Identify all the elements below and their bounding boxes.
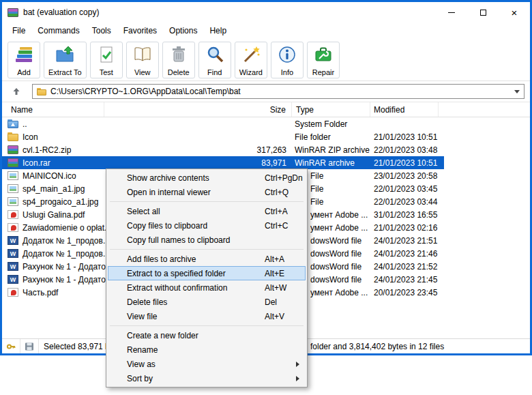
menu-tools[interactable]: Tools xyxy=(86,24,117,38)
menu-item-copy-files[interactable]: Copy files to clipboard Ctrl+C xyxy=(108,218,306,233)
menu-item-label: Copy files to clipboard xyxy=(127,221,207,231)
file-modified: 22/01/2023 03:48 xyxy=(370,145,439,155)
find-icon xyxy=(205,44,225,65)
rar-archive-icon xyxy=(8,158,18,167)
menu-commands[interactable]: Commands xyxy=(31,24,85,38)
file-name: .. xyxy=(23,119,27,129)
maximize-button[interactable] xyxy=(467,2,499,23)
menu-separator xyxy=(110,249,304,250)
address-combobox[interactable]: C:\Users\CRYPTO~1.ORG\AppData\Local\Temp… xyxy=(32,84,524,99)
test-button[interactable]: Test xyxy=(90,42,123,78)
file-name: Рахунок № 1 - Додато... xyxy=(23,275,113,284)
menu-item-view-file[interactable]: View file Alt+V xyxy=(108,309,306,323)
menu-item-shortcut: Ctrl+C xyxy=(265,221,288,231)
ico-file-icon xyxy=(8,171,18,180)
menu-item-open-internal-viewer[interactable]: Open in internal viewer Ctrl+Q xyxy=(108,185,306,199)
file-modified: 22/01/2023 03:45 xyxy=(370,184,439,194)
table-row-selected[interactable]: Icon.rar 83,971 WinRAR archive 21/01/202… xyxy=(2,156,444,169)
menu-item-select-all[interactable]: Select all Ctrl+A xyxy=(108,204,306,218)
menu-item-create-new-folder[interactable]: Create a new folder xyxy=(108,328,306,342)
word-file-icon xyxy=(8,249,18,258)
column-header-name[interactable]: Name xyxy=(2,102,104,117)
file-modified: 21/01/2023 02:16 xyxy=(370,223,439,233)
file-name: cvl.1-RC2.zip xyxy=(23,145,71,155)
add-button[interactable]: Add xyxy=(8,42,40,78)
menu-favorites[interactable]: Favorites xyxy=(117,24,163,38)
list-header: Name Size Type Modified xyxy=(2,102,530,117)
file-name: Zawiadomienie o opłat... xyxy=(23,223,111,233)
menu-item-label: Open in internal viewer xyxy=(127,188,211,197)
view-icon xyxy=(132,44,153,65)
file-name: Uslugi Galina.pdf xyxy=(23,210,85,220)
file-name: Icon.rar xyxy=(23,158,50,168)
menu-item-copy-full-names[interactable]: Copy full names to clipboard xyxy=(108,233,306,247)
repair-icon xyxy=(313,44,334,65)
toolbar-label: Extract To xyxy=(48,68,82,76)
titlebar: bat (evaluation copy) × xyxy=(2,2,530,23)
minimize-button[interactable] xyxy=(436,2,467,23)
winrar-app-icon xyxy=(8,8,18,17)
file-name: sp4_progaico_a1.jpg xyxy=(23,197,98,207)
column-header-modified[interactable]: Modified xyxy=(370,102,439,117)
submenu-arrow-icon xyxy=(296,362,299,367)
menu-item-shortcut: Alt+V xyxy=(265,312,284,321)
menu-item-view-as[interactable]: View as xyxy=(108,357,306,371)
file-name: Часть.pdf xyxy=(23,288,58,297)
menu-item-add-files-to-archive[interactable]: Add files to archive Alt+A xyxy=(108,252,306,266)
file-modified: 23/01/2023 20:58 xyxy=(370,171,439,181)
zip-archive-icon xyxy=(8,145,18,154)
menu-file[interactable]: File xyxy=(6,24,31,38)
find-button[interactable]: Find xyxy=(198,42,231,78)
pdf-file-icon xyxy=(8,288,18,297)
repair-button[interactable]: Repair xyxy=(307,42,340,78)
menu-item-label: Extract without confirmation xyxy=(127,283,227,293)
menu-item-label: Copy full names to clipboard xyxy=(127,235,230,245)
menu-item-shortcut: Alt+A xyxy=(265,254,284,264)
menu-options[interactable]: Options xyxy=(163,24,203,38)
menu-item-label: Create a new folder xyxy=(127,331,198,340)
extract-to-button[interactable]: Extract To xyxy=(44,42,87,78)
menu-item-shortcut: Alt+W xyxy=(265,283,286,293)
info-button[interactable]: Info xyxy=(271,42,304,78)
up-one-level-button[interactable] xyxy=(5,84,28,99)
file-name: MAINICON.ico xyxy=(23,171,76,181)
table-row[interactable]: .. System Folder xyxy=(2,117,530,130)
menu-item-shortcut: Alt+E xyxy=(265,269,284,278)
column-header-type[interactable]: Type xyxy=(292,102,370,117)
submenu-arrow-icon xyxy=(296,376,299,381)
column-header-size[interactable]: Size xyxy=(104,102,292,117)
wizard-button[interactable]: Wizard xyxy=(235,42,267,78)
jpg-file-icon xyxy=(8,197,18,206)
table-row[interactable]: Icon File folder 21/01/2023 10:51 xyxy=(2,130,530,143)
pdf-file-icon xyxy=(8,223,18,232)
delete-button[interactable]: Delete xyxy=(162,42,195,78)
menu-item-sort-by[interactable]: Sort by xyxy=(108,371,306,385)
menu-item-show-archive-contents[interactable]: Show archive contents Ctrl+PgDn xyxy=(108,171,306,185)
toolbar-label: Repair xyxy=(312,68,334,76)
file-name: Icon xyxy=(23,132,38,142)
file-type: WinRAR archive xyxy=(292,158,370,168)
file-size: 317,263 xyxy=(104,145,292,155)
menu-item-rename[interactable]: Rename xyxy=(108,342,306,357)
menu-item-delete-files[interactable]: Delete files Del xyxy=(108,295,306,309)
file-modified: 22/01/2023 03:44 xyxy=(370,197,439,207)
pdf-file-icon xyxy=(8,210,18,219)
menu-item-extract-to-specified-folder[interactable]: Extract to a specified folder Alt+E xyxy=(108,266,306,280)
table-row[interactable]: cvl.1-RC2.zip 317,263 WinRAR ZIP archive… xyxy=(2,143,530,156)
file-modified: 21/01/2023 10:51 xyxy=(370,158,439,168)
close-button[interactable]: × xyxy=(499,2,530,23)
add-archive-icon xyxy=(14,44,34,65)
chevron-down-icon[interactable] xyxy=(514,90,520,93)
window-controls: × xyxy=(436,2,530,23)
menu-help[interactable]: Help xyxy=(203,24,233,38)
word-file-icon xyxy=(8,262,18,271)
menu-item-shortcut: Ctrl+PgDn xyxy=(265,173,303,183)
file-size: 83,971 xyxy=(104,158,292,168)
info-icon xyxy=(277,44,297,65)
view-button[interactable]: View xyxy=(126,42,159,78)
wizard-icon xyxy=(241,44,261,65)
menu-item-extract-without-confirmation[interactable]: Extract without confirmation Alt+W xyxy=(108,280,306,295)
file-type: System Folder xyxy=(292,119,370,129)
word-file-icon xyxy=(8,275,18,284)
toolbar-label: Find xyxy=(207,68,222,76)
